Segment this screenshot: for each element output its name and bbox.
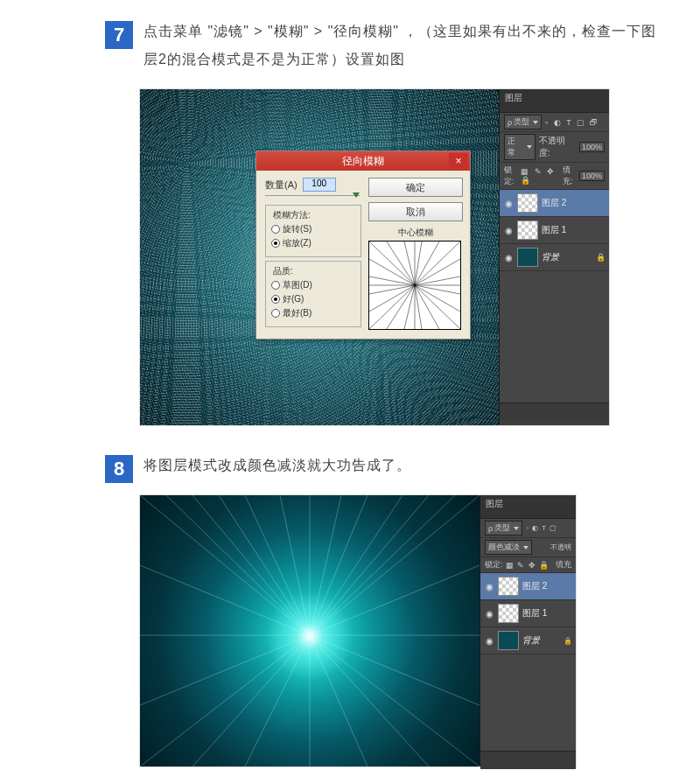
svg-line-16: [415, 259, 460, 285]
dialog-title: 径向模糊 ×: [256, 151, 470, 171]
layers-panel-7: 图层 ρ类型 ▫ ◐ T ▢ 🗗 正常 不透明度: 100% 锁定: ▦ ✎ ✥…: [499, 89, 609, 425]
layer-thumbnail: [498, 604, 519, 623]
layer-thumbnail: [517, 193, 538, 213]
quality-title: 品质:: [271, 265, 295, 277]
quality-draft-radio[interactable]: 草图(D): [271, 279, 355, 291]
layer-thumbnail: [517, 220, 538, 240]
dialog-title-text: 径向模糊: [342, 155, 384, 167]
visibility-icon[interactable]: ◉: [503, 253, 514, 262]
layer-name: 背景: [522, 634, 540, 647]
svg-line-17: [415, 276, 460, 285]
filter-icons: ▫ ◐ T ▢ 🗗: [545, 118, 599, 127]
svg-line-19: [415, 285, 460, 312]
blend-mode-dropdown[interactable]: 正常: [504, 134, 536, 160]
preview-label: 中心模糊: [368, 227, 463, 239]
layer-name: 图层 1: [522, 607, 547, 620]
quality-best-radio[interactable]: 最好(B): [271, 307, 355, 319]
layer-name: 图层 2: [542, 197, 566, 209]
layer-row-layer2[interactable]: ◉ 图层 2: [480, 573, 576, 600]
fill-label: 填充: [556, 559, 571, 570]
fill-value[interactable]: 100%: [579, 171, 605, 181]
quality-good-radio[interactable]: 好(G): [271, 293, 355, 305]
method-spin-radio[interactable]: 旋转(S): [271, 223, 355, 235]
screenshot-8: 图层 ρ类型 ▫ ◐ T ▢ 颜色减淡 不透明 锁定: ▦ ✎ ✥ 🔒 填充 ◉…: [140, 495, 576, 766]
blur-method-title: 模糊方法:: [271, 209, 312, 221]
svg-line-6: [369, 285, 415, 329]
amount-label: 数量(A): [265, 178, 298, 192]
layer-row-layer1[interactable]: ◉ 图层 1: [500, 217, 609, 244]
radial-blur-dialog: 径向模糊 × 数量(A) 100 模糊方法: 旋转(S) 缩放(Z): [256, 150, 471, 340]
canvas-noise: 径向模糊 × 数量(A) 100 模糊方法: 旋转(S) 缩放(Z): [140, 89, 499, 425]
lock-label: 锁定:: [485, 559, 503, 570]
layer-row-background[interactable]: ◉ 背景 🔒: [480, 627, 576, 654]
filter-kind-dropdown[interactable]: ρ类型: [485, 521, 522, 536]
ok-button[interactable]: 确定: [368, 178, 463, 197]
canvas-rays: [140, 495, 480, 766]
fill-label: 填充:: [563, 164, 577, 187]
visibility-icon[interactable]: ◉: [484, 609, 494, 619]
filter-kind-dropdown[interactable]: ρ类型: [504, 115, 542, 130]
opacity-label: 不透明度:: [539, 135, 576, 159]
svg-line-11: [415, 285, 460, 329]
svg-line-8: [404, 285, 415, 329]
svg-line-15: [369, 285, 415, 312]
visibility-icon[interactable]: ◉: [503, 226, 514, 235]
visibility-icon[interactable]: ◉: [484, 582, 494, 592]
center-glow: [140, 495, 480, 766]
cancel-button[interactable]: 取消: [368, 202, 463, 221]
lock-icon: 🔒: [564, 637, 572, 645]
blur-method-group: 模糊方法: 旋转(S) 缩放(Z): [265, 205, 361, 257]
amount-slider[interactable]: [265, 195, 360, 196]
panel-bottom-bar: [500, 402, 609, 421]
filter-icons: ▫ ◐ T ▢: [526, 524, 557, 532]
layer-row-background[interactable]: ◉ 背景 🔒: [500, 244, 609, 271]
lock-icons[interactable]: ▦ ✎ ✥ 🔒: [506, 561, 550, 570]
layer-thumbnail: [498, 631, 519, 650]
svg-line-0: [369, 242, 415, 285]
step-number-8: 8: [105, 455, 133, 483]
step-7: 7 点击菜单 "滤镜" > "模糊" > "径向模糊" ，（这里如果有出不来的，…: [0, 0, 700, 82]
method-zoom-radio[interactable]: 缩放(Z): [271, 237, 355, 249]
svg-line-13: [369, 276, 415, 285]
lock-icon: 🔒: [596, 253, 606, 262]
layers-panel-8: 图层 ρ类型 ▫ ◐ T ▢ 颜色减淡 不透明 锁定: ▦ ✎ ✥ 🔒 填充 ◉…: [480, 495, 576, 766]
amount-input[interactable]: 100: [303, 178, 336, 192]
close-icon[interactable]: ×: [449, 153, 468, 169]
visibility-icon[interactable]: ◉: [503, 199, 514, 208]
screenshot-7: 径向模糊 × 数量(A) 100 模糊方法: 旋转(S) 缩放(Z): [140, 89, 609, 425]
blend-mode-dropdown[interactable]: 颜色减淡: [485, 540, 532, 555]
opacity-label: 不透明: [550, 542, 571, 552]
layer-row-layer2[interactable]: ◉ 图层 2: [500, 190, 609, 217]
panel-tab-layers[interactable]: 图层: [500, 89, 609, 113]
step-text-8: 将图层模式改成颜色减淡就大功告成了。: [144, 452, 665, 480]
layer-row-layer1[interactable]: ◉ 图层 1: [480, 600, 576, 627]
svg-line-1: [387, 242, 415, 285]
svg-line-2: [404, 242, 415, 285]
step-number-7: 7: [105, 21, 133, 49]
blur-center-preview[interactable]: [368, 241, 461, 330]
visibility-icon[interactable]: ◉: [484, 636, 494, 646]
svg-line-12: [369, 259, 415, 285]
step-8: 8 将图层模式改成颜色减淡就大功告成了。: [0, 434, 700, 488]
lock-icons[interactable]: ▦ ✎ ✥ 🔒: [521, 167, 560, 185]
layer-name: 图层 2: [522, 580, 547, 592]
lock-label: 锁定:: [504, 164, 518, 187]
panel-tab-layers[interactable]: 图层: [480, 495, 576, 519]
svg-line-5: [415, 242, 460, 285]
panel-bottom-bar: [480, 751, 576, 769]
quality-group: 品质: 草图(D) 好(G) 最好(B): [265, 261, 361, 327]
svg-line-18: [415, 285, 460, 294]
layer-thumbnail: [517, 248, 538, 267]
svg-line-14: [369, 285, 415, 294]
step-text-7: 点击菜单 "滤镜" > "模糊" > "径向模糊" ，（这里如果有出不来的，检查…: [144, 18, 665, 74]
layer-thumbnail: [498, 577, 519, 596]
svg-line-7: [387, 285, 415, 329]
opacity-value[interactable]: 100%: [579, 142, 605, 152]
layer-name: 图层 1: [542, 224, 566, 236]
layer-name: 背景: [542, 251, 559, 263]
